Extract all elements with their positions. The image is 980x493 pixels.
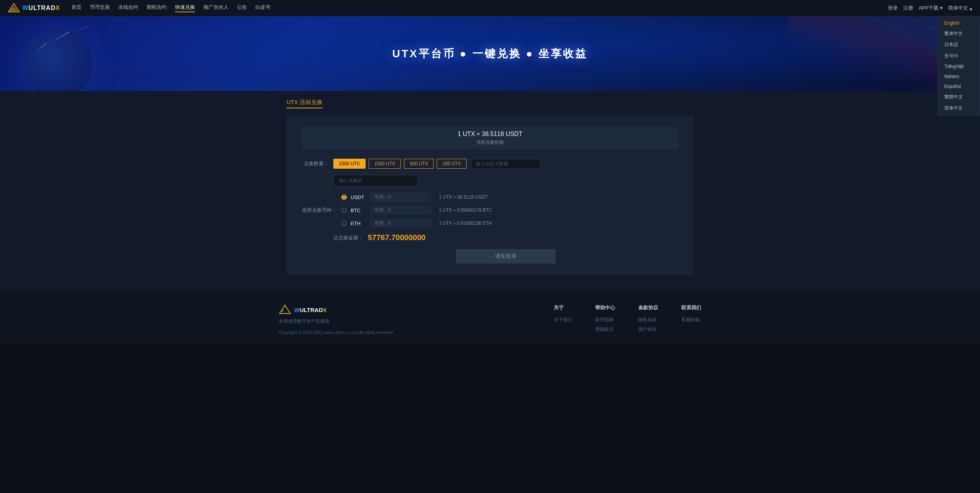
content-wrapper: UTX 活动兑换 1 UTX ≈ 38.5118 USDT 当前兑换价格 兑换数… (279, 99, 701, 275)
navbar: W WULTRADX 首页 币币交易 永续合约 期权合约 快速兑换 推广合伙人 … (0, 0, 980, 16)
footer-link-user-agreement[interactable]: 用户协议 (638, 326, 658, 333)
btc-rate: 1 UTX ≈ 0.00060179 BTC (439, 207, 492, 213)
total-label: 总兑换金额： (333, 234, 363, 241)
nav-whitepaper[interactable]: 白皮书 (255, 4, 270, 12)
hero-title: UTX平台币 ● 一键兑换 ● 坐享收益 (392, 46, 588, 61)
footer: W WULTRADX 全球优质数字资产交易所 Copyright © 2012-… (0, 290, 980, 344)
currency-option-btc: BTC 1 UTX ≈ 0.00060179 BTC (341, 206, 492, 215)
section-title: UTX 活动兑换 (286, 99, 323, 108)
footer-link-email[interactable]: 客服邮箱 (681, 317, 701, 323)
radio-usdt[interactable] (341, 194, 347, 200)
hero-banner: UTX平台币 ● 一键兑换 ● 坐享收益 (0, 16, 980, 91)
lang-simplified-chinese[interactable]: 简体中文 (938, 103, 980, 114)
custom-qty-input[interactable] (471, 159, 540, 169)
footer-link-beginner[interactable]: 新手指南 (595, 317, 615, 323)
nav-announcement[interactable]: 公告 (237, 4, 247, 12)
footer-link-privacy[interactable]: 隐私条款 (638, 317, 658, 323)
footer-col-terms: 条款协议 隐私条款 用户协议 (638, 304, 658, 336)
footer-content: W WULTRADX 全球优质数字资产交易所 Copyright © 2012-… (279, 304, 701, 336)
lang-italiano[interactable]: Italiano (938, 71, 980, 81)
register-button[interactable]: 注册 (903, 5, 913, 12)
footer-col-contact-heading: 联系我们 (681, 304, 701, 311)
footer-col-about: 关于 关于我们 (554, 304, 572, 336)
please-login-button[interactable]: 请先登录 (456, 249, 556, 264)
rate-sub: 当前兑换价格 (306, 139, 674, 146)
qty-label: 兑换数量： (302, 160, 329, 167)
nav-links: 首页 币币交易 永续合约 期权合约 快速兑换 推广合伙人 公告 白皮书 (71, 4, 888, 12)
footer-link-tips[interactable]: 周期提示 (595, 326, 615, 333)
lang-japanese[interactable]: 日本語 (938, 39, 980, 50)
total-value: 57767.70000000 (368, 233, 425, 242)
rate-main: 1 UTX ≈ 38.5118 USDT (306, 131, 674, 138)
lang-english[interactable]: English (938, 18, 980, 28)
footer-col-about-heading: 关于 (554, 304, 572, 311)
login-btn-row: 请先登录 (333, 249, 678, 264)
currency-options: USDT 1 UTX ≈ 38.5118 USDT BTC 1 UTX ≈ 0.… (341, 193, 492, 228)
footer-logo-icon: W (279, 304, 291, 315)
eth-available (370, 219, 431, 228)
btc-available (370, 206, 431, 215)
currency-name-usdt: USDT (351, 194, 366, 200)
logo-text: WULTRADX (22, 5, 60, 12)
nav-coin-trade[interactable]: 币币交易 (90, 4, 110, 12)
voucher-input[interactable] (333, 175, 418, 186)
logo-icon: W (8, 3, 20, 13)
currency-name-btc: BTC (351, 207, 366, 213)
qty-buttons: 1500 UTX 1000 UTX 500 UTX 150 UTX (333, 159, 467, 169)
usdt-available (370, 193, 431, 202)
footer-logo: W WULTRADX (279, 304, 394, 315)
language-selector[interactable]: 简体中文 ▴ (948, 5, 972, 12)
login-button[interactable]: 登录 (888, 5, 898, 12)
lang-vietnamese[interactable]: TiếngViệt (938, 61, 980, 71)
footer-logo-text: WULTRADX (294, 307, 327, 313)
currency-option-eth: ETH 1 UTX ≈ 0.01000136 ETH (341, 219, 492, 228)
footer-col-contact: 联系我们 客服邮箱 (681, 304, 701, 336)
main-content: UTX 活动兑换 1 UTX ≈ 38.5118 USDT 当前兑换价格 兑换数… (0, 91, 980, 290)
nav-quick-exchange[interactable]: 快速兑换 (175, 4, 195, 12)
radio-btc[interactable] (341, 207, 347, 213)
voucher-row (333, 175, 678, 186)
usdt-rate: 1 UTX ≈ 38.5118 USDT (439, 194, 488, 200)
lang-korean[interactable]: 한국어 (938, 50, 980, 61)
eth-rate: 1 UTX ≈ 0.01000136 ETH (439, 221, 492, 226)
app-download-button[interactable]: APP下载 ▾ (919, 5, 943, 12)
lang-espanol[interactable]: Español (938, 81, 980, 91)
qty-btn-1500[interactable]: 1500 UTX (333, 159, 366, 169)
qty-row: 兑换数量： 1500 UTX 1000 UTX 500 UTX 150 UTX (302, 159, 678, 169)
footer-col-help-heading: 帮助中心 (595, 304, 615, 311)
currency-name-eth: ETH (351, 221, 366, 226)
nav-home[interactable]: 首页 (71, 4, 81, 12)
radio-eth[interactable] (341, 221, 347, 226)
rate-display: 1 UTX ≈ 38.5118 USDT 当前兑换价格 (302, 127, 678, 149)
svg-text:W: W (281, 309, 284, 313)
footer-copyright: Copyright © 2012-2021 www.cboex-u.com Al… (279, 330, 394, 335)
lang-traditional-chinese-tw[interactable]: 繁体中文 (938, 28, 980, 39)
nav-options[interactable]: 期权合约 (147, 4, 167, 12)
footer-logo-section: W WULTRADX 全球优质数字资产交易所 Copyright © 2012-… (279, 304, 394, 335)
logo[interactable]: W WULTRADX (8, 3, 60, 13)
nav-right: 登录 注册 APP下载 ▾ 简体中文 ▴ (888, 5, 972, 12)
nav-perpetual[interactable]: 永续合约 (118, 4, 138, 12)
svg-text:W: W (10, 8, 13, 11)
nav-partner[interactable]: 推广合伙人 (204, 4, 228, 12)
qty-btn-1000[interactable]: 1000 UTX (369, 159, 401, 169)
qty-btn-500[interactable]: 500 UTX (404, 159, 434, 169)
total-row: 总兑换金额： 57767.70000000 (333, 233, 678, 242)
qty-btn-150[interactable]: 150 UTX (437, 159, 466, 169)
lang-traditional-chinese[interactable]: 繁體中文 (938, 91, 980, 103)
footer-col-terms-heading: 条款协议 (638, 304, 658, 311)
currency-label: 选择兑换币种： (302, 207, 337, 214)
exchange-card: 1 UTX ≈ 38.5118 USDT 当前兑换价格 兑换数量： 1500 U… (286, 115, 694, 275)
footer-col-help: 帮助中心 新手指南 周期提示 (595, 304, 615, 336)
language-dropdown: English 繁体中文 日本語 한국어 TiếngViệt Italiano … (938, 16, 980, 116)
footer-links: 关于 关于我们 帮助中心 新手指南 周期提示 条款协议 隐私条款 用户协议 联系… (554, 304, 701, 336)
footer-link-about-us[interactable]: 关于我们 (554, 317, 572, 323)
currency-option-usdt: USDT 1 UTX ≈ 38.5118 USDT (341, 193, 492, 202)
currency-row: 选择兑换币种： USDT 1 UTX ≈ 38.5118 USDT (302, 193, 678, 228)
footer-slogan: 全球优质数字资产交易所 (279, 318, 394, 325)
